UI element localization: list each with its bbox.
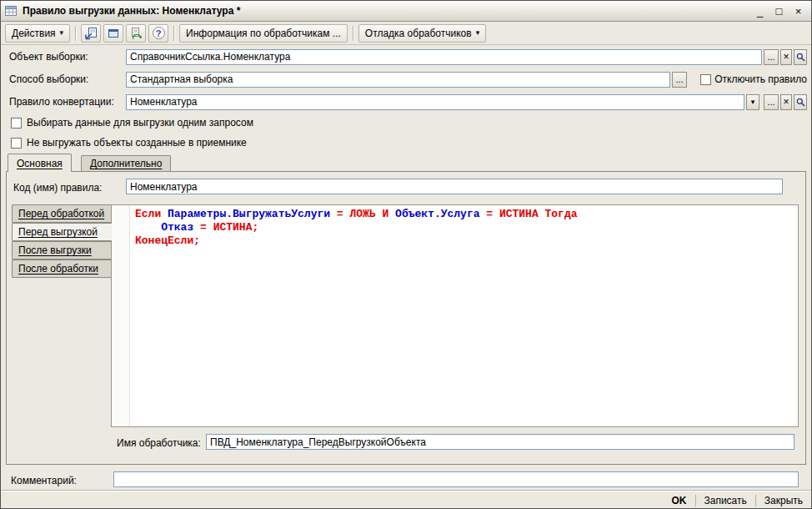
handler-tab-label: После выгрузки: [18, 244, 92, 256]
comment-label: Комментарий:: [11, 475, 77, 486]
rule-code-input[interactable]: [126, 179, 783, 194]
actions-label: Действия: [12, 28, 56, 39]
conversion-row: Правило конвертации: ▾ ... ×: [9, 93, 807, 110]
code-line: Отказ = ИСТИНА;: [135, 221, 578, 234]
tab-main-label: Основная: [17, 158, 63, 169]
handler-tab-before-export[interactable]: Перед выгрузкой: [12, 223, 112, 241]
handler-tab-before-processing[interactable]: Перед обработкой: [12, 204, 111, 223]
handler-tab-label: После обработки: [18, 263, 98, 275]
toolbar-separator: [75, 26, 76, 41]
handlers-info-button[interactable]: Информация по обработчикам ...: [179, 24, 348, 43]
export-rule-window: Правило выгрузки данных: Номенклатура * …: [0, 0, 812, 509]
object-input[interactable]: [126, 49, 762, 65]
method-choose-button[interactable]: ...: [672, 72, 687, 88]
conversion-choose-button[interactable]: ...: [764, 94, 779, 110]
single-query-label: Выбирать данные для выгрузки одним запро…: [27, 117, 253, 129]
disable-rule-label: Отключить правило: [714, 73, 807, 85]
chevron-down-icon: ▾: [751, 98, 755, 106]
help-button[interactable]: ?: [148, 24, 168, 43]
code-text[interactable]: Если Параметры.ВыгружатьУслуги = ЛОЖЬ И …: [135, 208, 578, 248]
single-query-checkbox[interactable]: [11, 118, 22, 129]
load-rules-button[interactable]: [81, 24, 101, 43]
skip-receiver-row: Не выгружать объекты созданные в приемни…: [11, 137, 247, 149]
footer-separator: [755, 495, 756, 506]
footer-separator: [695, 495, 696, 506]
tab-additional[interactable]: Дополнительно: [81, 155, 171, 171]
skip-receiver-checkbox[interactable]: [11, 138, 22, 149]
footer-buttons: OK Записать Закрыть: [670, 493, 805, 508]
save-button[interactable]: Записать: [703, 495, 749, 506]
tab-additional-label: Дополнительно: [90, 158, 162, 169]
object-open-button[interactable]: [794, 49, 807, 65]
object-clear-button[interactable]: ×: [780, 49, 792, 65]
refresh-document-button[interactable]: [126, 24, 146, 43]
conversion-input[interactable]: [126, 94, 744, 110]
tab-main[interactable]: Основная: [8, 154, 72, 172]
actions-menu-button[interactable]: Действия ▾: [5, 24, 70, 43]
disable-rule-group: Отключить правило: [700, 73, 807, 85]
close-button[interactable]: ×: [789, 4, 807, 18]
conversion-dropdown-button[interactable]: ▾: [746, 94, 759, 110]
chevron-down-icon: ▾: [60, 29, 64, 37]
code-line: КонецЕсли;: [135, 234, 578, 248]
handlers-info-label: Информация по обработчикам ...: [186, 28, 341, 39]
handler-name-label: Имя обработчика:: [117, 437, 201, 449]
comment-input[interactable]: [113, 471, 799, 487]
single-query-row: Выбирать данные для выгрузки одним запро…: [11, 117, 253, 129]
window-icon: [107, 27, 120, 40]
toolbar-separator: [353, 26, 353, 41]
handler-tab-after-export[interactable]: После выгрузки: [12, 241, 111, 260]
handlers-debug-button[interactable]: Отладка обработчиков ▾: [358, 24, 486, 43]
conversion-open-button[interactable]: [794, 94, 807, 110]
window-controls: _ □ ×: [751, 4, 807, 18]
object-row: Объект выборки: ... ×: [9, 48, 807, 65]
window-title: Правило выгрузки данных: Номенклатура *: [23, 5, 746, 17]
minimize-button[interactable]: _: [751, 4, 769, 18]
method-row: Способ выборки: ... Отключить правило: [9, 71, 807, 88]
app-icon: [5, 5, 18, 18]
handler-tab-after-processing[interactable]: После обработки: [12, 260, 111, 278]
code-line: Если Параметры.ВыгружатьУслуги = ЛОЖЬ И …: [135, 208, 578, 221]
handler-tab-label: Перед обработкой: [18, 208, 104, 219]
titlebar[interactable]: Правило выгрузки данных: Номенклатура * …: [1, 1, 811, 22]
close-form-button[interactable]: Закрыть: [763, 495, 804, 506]
method-input[interactable]: [126, 72, 670, 88]
skip-receiver-label: Не выгружать объекты созданные в приемни…: [27, 137, 247, 149]
toolbar: Действия ▾: [1, 22, 811, 45]
handlers-debug-label: Отладка обработчиков: [365, 28, 472, 39]
disable-rule-checkbox[interactable]: [700, 74, 711, 85]
main-tab-panel: Код (имя) правила: Перед обработкой Пере…: [6, 171, 806, 465]
magnifier-icon: [796, 98, 805, 107]
object-label: Объект выборки:: [9, 51, 124, 63]
code-editor[interactable]: Если Параметры.ВыгружатьУслуги = ЛОЖЬ И …: [111, 204, 799, 427]
maximize-button[interactable]: □: [770, 4, 788, 18]
conversion-clear-button[interactable]: ×: [780, 94, 792, 110]
chevron-down-icon: ▾: [476, 29, 480, 37]
ok-button[interactable]: OK: [670, 495, 689, 506]
object-choose-button[interactable]: ...: [764, 49, 779, 65]
magnifier-icon: [796, 53, 805, 62]
conversion-label: Правило конвертации:: [9, 96, 124, 108]
rule-code-label: Код (имя) правила:: [13, 182, 102, 194]
arrow-document-icon: [84, 27, 98, 40]
handler-tab-label: Перед выгрузкой: [18, 226, 98, 238]
document-refresh-icon: [129, 27, 143, 40]
toolbar-separator: [173, 26, 174, 41]
help-icon: ?: [153, 27, 165, 39]
show-window-button[interactable]: [103, 24, 123, 43]
editor-gutter: [112, 205, 130, 426]
method-label: Способ выборки:: [9, 73, 124, 85]
handler-name-input[interactable]: [206, 434, 794, 450]
footer-divider: [1, 490, 811, 491]
